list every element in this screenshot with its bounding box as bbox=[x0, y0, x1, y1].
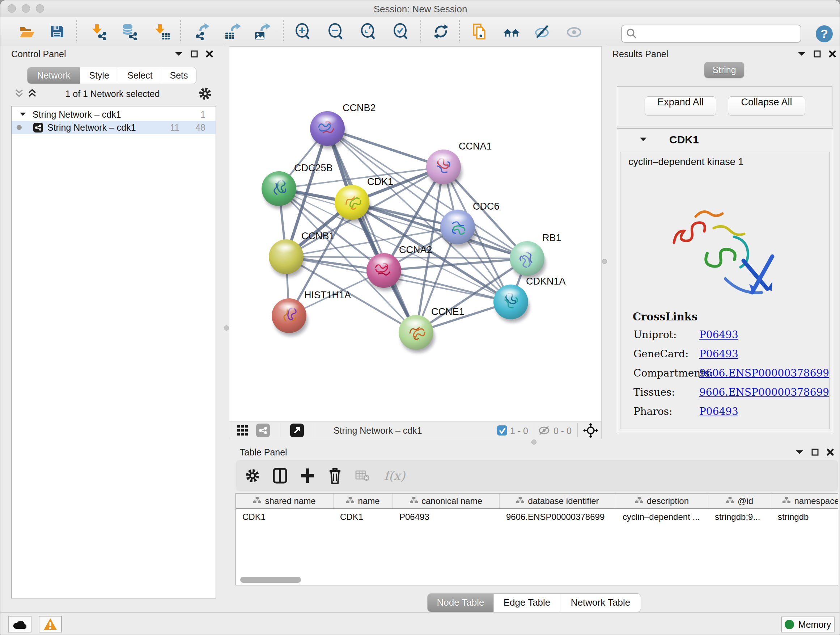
export-network-icon[interactable] bbox=[191, 21, 211, 42]
export-image-icon[interactable] bbox=[252, 21, 272, 42]
birds-eye-view-icon[interactable] bbox=[237, 425, 248, 436]
network-collection-row[interactable]: String Network – cdk1 1 bbox=[11, 108, 216, 121]
open-in-browser-icon[interactable] bbox=[290, 424, 304, 437]
table-cell[interactable]: stringdb:9... bbox=[708, 512, 771, 522]
table-row[interactable]: CDK1CDK1P064939606.ENSP00000378699cyclin… bbox=[236, 509, 838, 525]
save-session-icon[interactable] bbox=[47, 21, 67, 42]
collection-expander-icon[interactable] bbox=[19, 112, 26, 117]
node-description: cyclin–dependent kinase 1 bbox=[628, 157, 744, 168]
add-column-icon[interactable] bbox=[298, 467, 317, 485]
search-input[interactable] bbox=[641, 28, 801, 39]
crosslink-link-genecard[interactable]: P06493 bbox=[699, 348, 738, 360]
crosslink-link-compartments[interactable]: 9606.ENSP00000378699 bbox=[699, 367, 829, 379]
zoom-out-icon[interactable] bbox=[325, 21, 346, 42]
toolbar-separator bbox=[180, 20, 181, 42]
collapse-all-button[interactable]: Collapse All bbox=[728, 96, 805, 116]
table-cell[interactable]: cyclin–dependent ... bbox=[616, 512, 708, 522]
delete-column-trash-icon[interactable] bbox=[326, 467, 344, 485]
collapse-all-networks-icon[interactable] bbox=[15, 89, 24, 99]
hide-graphics-details-icon[interactable] bbox=[532, 21, 553, 42]
column-header-shared-name[interactable]: shared name bbox=[236, 494, 333, 508]
import-table-from-file-icon[interactable] bbox=[152, 21, 172, 42]
collapse-entry-icon[interactable] bbox=[639, 137, 647, 142]
hidden-elements-eye-icon[interactable] bbox=[538, 426, 551, 435]
show-graphics-details-icon[interactable] bbox=[564, 21, 584, 42]
close-panel-icon[interactable] bbox=[829, 50, 836, 57]
import-network-from-file-icon[interactable] bbox=[88, 21, 109, 42]
fit-selected-crosshair-icon[interactable] bbox=[583, 423, 598, 438]
table-cell[interactable]: 9606.ENSP00000378699 bbox=[500, 512, 616, 522]
network-node-CCNA1[interactable]: CCNA1 bbox=[426, 141, 492, 187]
network-edge-RB1-CCNB1[interactable] bbox=[286, 257, 527, 258]
network-options-gear-icon[interactable] bbox=[199, 87, 212, 100]
zoom-selected-icon[interactable] bbox=[391, 21, 411, 42]
tab-network-table[interactable]: Network Table bbox=[560, 594, 641, 612]
network-graph[interactable]: CCNB2CCNA1CDC25BCDK1CDC6RB1CCNB1CCNA2CDK… bbox=[229, 47, 601, 421]
open-session-icon[interactable] bbox=[16, 21, 36, 42]
column-header-name[interactable]: name bbox=[333, 494, 393, 508]
crosslink-link-pharos[interactable]: P06493 bbox=[699, 405, 738, 417]
float-panel-icon[interactable] bbox=[813, 50, 821, 57]
copy-network-icon[interactable] bbox=[470, 21, 490, 42]
column-header-database-identifier[interactable]: database identifier bbox=[500, 494, 616, 508]
crosslink-link-tissues[interactable]: 9606.ENSP00000378699 bbox=[699, 386, 829, 398]
horizontal-splitter-handle[interactable] bbox=[531, 440, 537, 445]
column-header-description[interactable]: description bbox=[616, 494, 708, 508]
homes-icon[interactable] bbox=[501, 21, 522, 42]
horizontal-scrollbar[interactable] bbox=[240, 577, 301, 583]
panel-menu-icon[interactable] bbox=[796, 450, 804, 455]
tab-sets[interactable]: Sets bbox=[162, 67, 196, 84]
column-header-canonical-name[interactable]: canonical name bbox=[393, 494, 500, 508]
export-table-icon[interactable] bbox=[223, 21, 243, 42]
crosslink-row: GeneCard:P06493 bbox=[621, 344, 829, 363]
zoom-fit-icon[interactable] bbox=[358, 21, 378, 42]
expand-all-button[interactable]: Expand All bbox=[645, 96, 716, 116]
column-header-@id[interactable]: @id bbox=[708, 494, 771, 508]
warnings-button[interactable] bbox=[39, 616, 62, 632]
network-node-CDKN1A[interactable]: CDKN1A bbox=[493, 276, 566, 322]
float-panel-icon[interactable] bbox=[191, 50, 198, 57]
crosslink-label: Tissues: bbox=[633, 386, 699, 398]
network-edge-CCNB2-CCNE1[interactable] bbox=[327, 128, 416, 333]
table-cell[interactable]: CDK1 bbox=[333, 512, 393, 522]
network-row-selected[interactable]: String Network – cdk1 11 48 bbox=[11, 121, 216, 134]
search-box[interactable] bbox=[621, 25, 801, 43]
tab-network[interactable]: Network bbox=[27, 67, 80, 84]
table-options-gear-icon[interactable] bbox=[243, 467, 262, 485]
expand-all-networks-icon[interactable] bbox=[28, 89, 36, 99]
tab-style[interactable]: Style bbox=[80, 67, 118, 84]
close-panel-icon[interactable] bbox=[827, 448, 834, 456]
zoom-in-icon[interactable] bbox=[293, 21, 313, 42]
network-node-CDK1[interactable]: CDK1 bbox=[335, 176, 393, 223]
node-card-header[interactable]: CDK1 bbox=[617, 128, 833, 151]
help-icon[interactable]: ? bbox=[816, 25, 833, 42]
float-panel-icon[interactable] bbox=[812, 448, 819, 456]
close-panel-icon[interactable] bbox=[206, 50, 213, 57]
memory-button[interactable]: Memory bbox=[781, 616, 835, 632]
left-splitter-handle[interactable] bbox=[224, 325, 229, 331]
network-node-RB1[interactable]: RB1 bbox=[510, 233, 561, 279]
show-columns-icon[interactable] bbox=[271, 467, 289, 485]
title-bar: Session: New Session bbox=[0, 0, 840, 17]
table-cell[interactable]: P06493 bbox=[393, 512, 500, 522]
tab-edge-table[interactable]: Edge Table bbox=[493, 594, 560, 612]
refresh-icon[interactable] bbox=[431, 21, 451, 42]
network-view-title: String Network – cdk1 bbox=[333, 425, 422, 436]
crosslink-link-uniprot[interactable]: P06493 bbox=[699, 329, 738, 340]
selected-nodes-checkbox-icon[interactable] bbox=[497, 425, 507, 435]
right-splitter-handle[interactable] bbox=[602, 259, 607, 264]
network-view-canvas[interactable]: CCNB2CCNA1CDC25BCDK1CDC6RB1CCNB1CCNA2CDK… bbox=[229, 46, 602, 421]
table-cell[interactable]: stringdb bbox=[771, 512, 838, 522]
string-view-icon[interactable] bbox=[256, 424, 270, 437]
tab-node-table[interactable]: Node Table bbox=[428, 594, 493, 612]
sort-network-icon bbox=[253, 496, 261, 506]
tab-string[interactable]: String bbox=[704, 62, 744, 78]
table-cell[interactable]: CDK1 bbox=[236, 512, 333, 522]
column-header-namespace[interactable]: namespace bbox=[771, 494, 838, 508]
panel-menu-icon[interactable] bbox=[798, 51, 806, 57]
import-network-from-database-icon[interactable] bbox=[119, 21, 139, 42]
cloud-status-button[interactable] bbox=[8, 616, 32, 632]
tab-select[interactable]: Select bbox=[118, 67, 162, 84]
network-node-HIST1H1A[interactable]: HIST1H1A bbox=[272, 290, 351, 336]
panel-menu-icon[interactable] bbox=[175, 51, 183, 57]
